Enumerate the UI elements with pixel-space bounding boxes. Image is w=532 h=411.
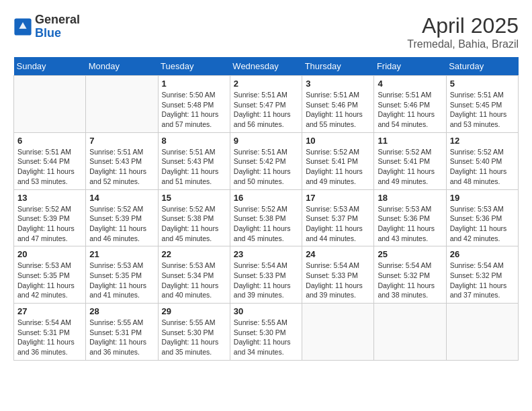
weekday-header-row: SundayMondayTuesdayWednesdayThursdayFrid… [14,57,519,76]
weekday-header: Sunday [14,57,86,76]
day-number: 23 [234,249,298,259]
day-info: Sunrise: 5:53 AM Sunset: 5:35 PM Dayligh… [17,261,82,300]
calendar-cell [446,304,518,361]
calendar-cell: 18Sunrise: 5:53 AM Sunset: 5:36 PM Dayli… [374,189,446,246]
calendar-cell: 26Sunrise: 5:54 AM Sunset: 5:32 PM Dayli… [446,246,518,304]
day-info: Sunrise: 5:54 AM Sunset: 5:32 PM Dayligh… [450,261,515,300]
calendar-cell: 13Sunrise: 5:52 AM Sunset: 5:39 PM Dayli… [14,189,86,246]
day-info: Sunrise: 5:53 AM Sunset: 5:36 PM Dayligh… [450,204,515,244]
calendar-cell: 5Sunrise: 5:51 AM Sunset: 5:45 PM Daylig… [446,76,518,133]
calendar-cell: 15Sunrise: 5:52 AM Sunset: 5:38 PM Dayli… [158,189,230,246]
subtitle: Tremedal, Bahia, Brazil [407,38,519,50]
calendar-cell: 25Sunrise: 5:54 AM Sunset: 5:32 PM Dayli… [374,246,446,304]
calendar-cell: 12Sunrise: 5:52 AM Sunset: 5:40 PM Dayli… [446,132,518,189]
calendar-cell: 16Sunrise: 5:52 AM Sunset: 5:38 PM Dayli… [230,189,302,246]
calendar-cell: 20Sunrise: 5:53 AM Sunset: 5:35 PM Dayli… [14,246,86,304]
calendar-cell: 24Sunrise: 5:54 AM Sunset: 5:33 PM Dayli… [302,246,374,304]
calendar-cell [302,304,374,361]
calendar-cell: 22Sunrise: 5:53 AM Sunset: 5:34 PM Dayli… [158,246,230,304]
day-number: 28 [89,306,154,316]
calendar-cell: 21Sunrise: 5:53 AM Sunset: 5:35 PM Dayli… [86,246,158,304]
calendar-cell: 23Sunrise: 5:54 AM Sunset: 5:33 PM Dayli… [230,246,302,304]
calendar-cell [14,76,86,133]
day-number: 27 [17,306,82,316]
day-number: 24 [306,249,370,259]
weekday-header: Thursday [302,57,374,76]
day-info: Sunrise: 5:54 AM Sunset: 5:32 PM Dayligh… [378,261,442,300]
main-title: April 2025 [407,13,519,38]
day-number: 20 [17,249,82,259]
day-number: 16 [234,193,298,203]
calendar-cell: 14Sunrise: 5:52 AM Sunset: 5:39 PM Dayli… [86,189,158,246]
day-info: Sunrise: 5:52 AM Sunset: 5:40 PM Dayligh… [450,147,515,187]
day-info: Sunrise: 5:55 AM Sunset: 5:30 PM Dayligh… [162,318,226,357]
calendar-cell: 8Sunrise: 5:51 AM Sunset: 5:43 PM Daylig… [158,132,230,189]
day-number: 10 [306,136,370,146]
day-info: Sunrise: 5:52 AM Sunset: 5:39 PM Dayligh… [89,204,154,244]
day-info: Sunrise: 5:53 AM Sunset: 5:34 PM Dayligh… [162,261,226,300]
day-number: 17 [306,193,370,203]
weekday-header: Wednesday [230,57,302,76]
day-info: Sunrise: 5:51 AM Sunset: 5:47 PM Dayligh… [234,90,298,130]
day-info: Sunrise: 5:52 AM Sunset: 5:41 PM Dayligh… [306,147,370,187]
day-number: 25 [378,249,442,259]
calendar-cell: 2Sunrise: 5:51 AM Sunset: 5:47 PM Daylig… [230,76,302,133]
calendar-cell: 17Sunrise: 5:53 AM Sunset: 5:37 PM Dayli… [302,189,374,246]
calendar-cell: 4Sunrise: 5:51 AM Sunset: 5:46 PM Daylig… [374,76,446,133]
day-info: Sunrise: 5:53 AM Sunset: 5:37 PM Dayligh… [306,204,370,244]
day-info: Sunrise: 5:54 AM Sunset: 5:33 PM Dayligh… [306,261,370,300]
day-number: 22 [162,249,226,259]
calendar-cell: 3Sunrise: 5:51 AM Sunset: 5:46 PM Daylig… [302,76,374,133]
day-info: Sunrise: 5:51 AM Sunset: 5:44 PM Dayligh… [17,147,82,187]
calendar-cell: 29Sunrise: 5:55 AM Sunset: 5:30 PM Dayli… [158,304,230,361]
logo-text: General Blue [35,13,80,40]
weekday-header: Saturday [446,57,518,76]
day-info: Sunrise: 5:52 AM Sunset: 5:41 PM Dayligh… [378,147,442,187]
day-number: 29 [162,306,226,316]
calendar-cell: 19Sunrise: 5:53 AM Sunset: 5:36 PM Dayli… [446,189,518,246]
day-info: Sunrise: 5:54 AM Sunset: 5:31 PM Dayligh… [17,318,82,357]
weekday-header: Monday [86,57,158,76]
logo-general: General [35,13,80,26]
day-info: Sunrise: 5:50 AM Sunset: 5:48 PM Dayligh… [162,90,226,130]
calendar-cell: 9Sunrise: 5:51 AM Sunset: 5:42 PM Daylig… [230,132,302,189]
calendar-cell: 6Sunrise: 5:51 AM Sunset: 5:44 PM Daylig… [14,132,86,189]
calendar-cell: 1Sunrise: 5:50 AM Sunset: 5:48 PM Daylig… [158,76,230,133]
calendar-week-row: 27Sunrise: 5:54 AM Sunset: 5:31 PM Dayli… [14,304,519,361]
day-number: 5 [450,79,515,89]
day-info: Sunrise: 5:53 AM Sunset: 5:36 PM Dayligh… [378,204,442,244]
calendar-week-row: 6Sunrise: 5:51 AM Sunset: 5:44 PM Daylig… [14,132,519,189]
day-number: 11 [378,136,442,146]
page-header: General Blue April 2025 Tremedal, Bahia,… [13,13,519,50]
calendar-cell: 11Sunrise: 5:52 AM Sunset: 5:41 PM Dayli… [374,132,446,189]
day-info: Sunrise: 5:52 AM Sunset: 5:38 PM Dayligh… [234,204,298,244]
calendar-week-row: 20Sunrise: 5:53 AM Sunset: 5:35 PM Dayli… [14,246,519,304]
day-number: 14 [89,193,154,203]
day-number: 6 [17,136,82,146]
svg-rect-2 [17,29,29,32]
day-number: 15 [162,193,226,203]
day-number: 1 [162,79,226,89]
day-number: 8 [162,136,226,146]
day-info: Sunrise: 5:51 AM Sunset: 5:46 PM Dayligh… [378,90,442,130]
day-info: Sunrise: 5:53 AM Sunset: 5:35 PM Dayligh… [89,261,154,300]
calendar-week-row: 13Sunrise: 5:52 AM Sunset: 5:39 PM Dayli… [14,189,519,246]
day-info: Sunrise: 5:51 AM Sunset: 5:43 PM Dayligh… [162,147,226,187]
day-number: 9 [234,136,298,146]
day-number: 18 [378,193,442,203]
day-number: 2 [234,79,298,89]
day-info: Sunrise: 5:55 AM Sunset: 5:31 PM Dayligh… [89,318,154,357]
day-number: 13 [17,193,82,203]
day-number: 21 [89,249,154,259]
day-info: Sunrise: 5:52 AM Sunset: 5:38 PM Dayligh… [162,204,226,244]
logo-blue: Blue [35,26,61,40]
calendar-cell: 30Sunrise: 5:55 AM Sunset: 5:30 PM Dayli… [230,304,302,361]
day-info: Sunrise: 5:52 AM Sunset: 5:39 PM Dayligh… [17,204,82,244]
calendar-cell: 7Sunrise: 5:51 AM Sunset: 5:43 PM Daylig… [86,132,158,189]
calendar-table: SundayMondayTuesdayWednesdayThursdayFrid… [13,57,519,361]
day-number: 4 [378,79,442,89]
calendar-cell: 28Sunrise: 5:55 AM Sunset: 5:31 PM Dayli… [86,304,158,361]
logo: General Blue [13,13,80,40]
day-info: Sunrise: 5:51 AM Sunset: 5:43 PM Dayligh… [89,147,154,187]
day-number: 3 [306,79,370,89]
